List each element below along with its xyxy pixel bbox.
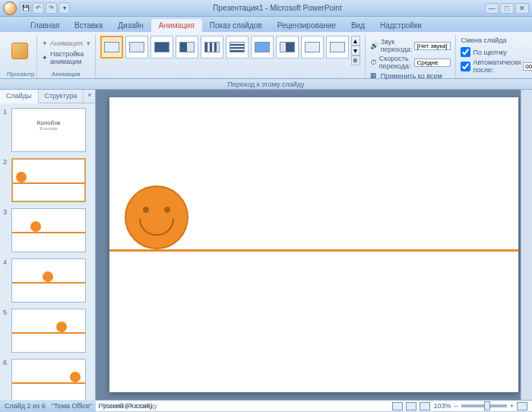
transition-gallery-more[interactable]: ≡ <box>351 55 360 65</box>
status-language[interactable]: Русский (Россия) <box>98 402 152 410</box>
tab-slideshow[interactable]: Показ слайдов <box>202 19 270 32</box>
qat-dropdown-icon[interactable]: ▾ <box>59 2 70 14</box>
transition-none[interactable] <box>100 36 123 59</box>
shape-line[interactable] <box>109 249 518 252</box>
custom-animation-button[interactable]: ✦ Настройка анимации <box>42 49 90 66</box>
redo-icon[interactable]: ↷ <box>46 2 57 14</box>
slide-thumbnail-1[interactable]: Колобок Example <box>11 108 86 152</box>
chevron-down-icon: ▾ <box>87 40 90 47</box>
transition-option-10[interactable] <box>326 36 349 59</box>
status-theme: "Тема Office" <box>52 402 92 410</box>
animate-dropdown[interactable]: ✦ Анимация: ▾ <box>42 39 90 48</box>
zoom-out-button[interactable]: − <box>454 402 458 410</box>
transition-option-8[interactable] <box>276 36 299 59</box>
transition-scroll-up[interactable]: ▴ <box>351 36 360 46</box>
apply-to-all-button[interactable]: ▦ Применить ко всем <box>370 71 451 80</box>
status-slide-info: Слайд 2 из 6 <box>5 402 46 410</box>
transition-scroll-down[interactable]: ▾ <box>351 46 360 55</box>
title-bar: 💾 ↶ ↷ ▾ Презентация1 - Microsoft PowerPo… <box>0 0 532 17</box>
group-preview-label: Просмотр <box>7 70 32 78</box>
panel-tab-structure[interactable]: Структура <box>39 90 84 103</box>
save-icon[interactable]: 💾 <box>20 2 31 14</box>
zoom-slider[interactable] <box>461 404 507 407</box>
tab-view[interactable]: Вид <box>344 19 372 32</box>
slide-thumbnail-6[interactable] <box>11 359 86 400</box>
zoom-in-button[interactable]: + <box>510 402 514 410</box>
thumb-number: 2 <box>3 158 9 202</box>
transition-option-7[interactable] <box>251 36 274 59</box>
apply-all-icon: ▦ <box>370 71 378 80</box>
undo-icon[interactable]: ↶ <box>33 2 44 14</box>
slide-thumbnail-2[interactable] <box>11 158 86 202</box>
preview-button[interactable] <box>7 36 32 66</box>
thumb-number: 3 <box>3 208 9 252</box>
transition-option-6[interactable] <box>226 36 249 59</box>
panel-close-button[interactable]: × <box>84 90 95 103</box>
advance-auto-checkbox[interactable] <box>461 62 470 71</box>
ribbon: Просмотр ✦ Анимация: ▾ ✦ Настройка анима… <box>0 32 532 79</box>
minimize-button[interactable]: — <box>485 3 499 14</box>
ribbon-tabs: Главная Вставка Дизайн Анимация Показ сл… <box>0 17 532 32</box>
view-sorter-button[interactable] <box>406 402 416 410</box>
close-button[interactable]: ✕ <box>515 3 529 14</box>
vertical-scrollbar[interactable] <box>521 90 532 400</box>
shape-smiley[interactable] <box>125 185 188 249</box>
editor-area: Заметки к слайду <box>96 90 532 400</box>
thumb-number: 5 <box>3 309 9 353</box>
advance-auto-time-field[interactable] <box>523 62 532 71</box>
transition-option-2[interactable] <box>125 36 148 59</box>
star-icon: ✦ <box>42 40 48 47</box>
maximize-button[interactable]: □ <box>500 3 514 14</box>
advance-on-click-checkbox[interactable] <box>461 47 470 57</box>
slide-canvas[interactable] <box>109 97 518 392</box>
tab-animation[interactable]: Анимация <box>151 19 202 32</box>
transition-option-5[interactable] <box>201 36 223 59</box>
tab-home[interactable]: Главная <box>23 19 67 32</box>
transition-option-4[interactable] <box>176 36 198 59</box>
quick-access-toolbar: 💾 ↶ ↷ ▾ <box>20 2 70 14</box>
transition-sound-field[interactable] <box>414 42 451 50</box>
speed-icon: ⏱ <box>370 59 377 67</box>
tab-design[interactable]: Дизайн <box>110 19 151 32</box>
tab-addins[interactable]: Надстройки <box>372 19 429 32</box>
slide-thumbnail-3[interactable] <box>11 208 86 252</box>
slide-thumbnail-5[interactable] <box>11 309 86 353</box>
view-normal-button[interactable] <box>392 402 403 410</box>
transition-option-3[interactable] <box>150 36 173 59</box>
view-slideshow-button[interactable] <box>420 402 430 410</box>
slide-thumbnail-4[interactable] <box>11 258 86 303</box>
thumb-number: 6 <box>3 359 9 400</box>
transition-label-bar: Переход к этому слайду <box>0 79 532 90</box>
preview-icon <box>11 43 28 59</box>
panel-tab-slides[interactable]: Слайды <box>0 90 39 103</box>
fit-to-window-button[interactable] <box>517 402 527 410</box>
tab-insert[interactable]: Вставка <box>67 19 110 32</box>
thumb-number: 4 <box>3 258 9 303</box>
sound-icon: 🔊 <box>370 42 378 50</box>
advance-group-label: Смена слайда <box>461 36 532 46</box>
zoom-level[interactable]: 103% <box>433 402 451 410</box>
thumb-number: 1 <box>3 108 9 152</box>
transition-option-9[interactable] <box>301 36 324 59</box>
transition-speed-field[interactable] <box>414 59 451 67</box>
office-button[interactable] <box>3 2 17 15</box>
group-anim-label: Анимация <box>42 70 90 78</box>
window-title: Презентация1 - Microsoft PowerPoint <box>70 4 485 12</box>
custom-anim-icon: ✦ <box>42 54 48 62</box>
tab-review[interactable]: Рецензирование <box>270 19 344 32</box>
slides-panel: Слайды Структура × 1 Колобок Example 2 3 <box>0 90 96 400</box>
